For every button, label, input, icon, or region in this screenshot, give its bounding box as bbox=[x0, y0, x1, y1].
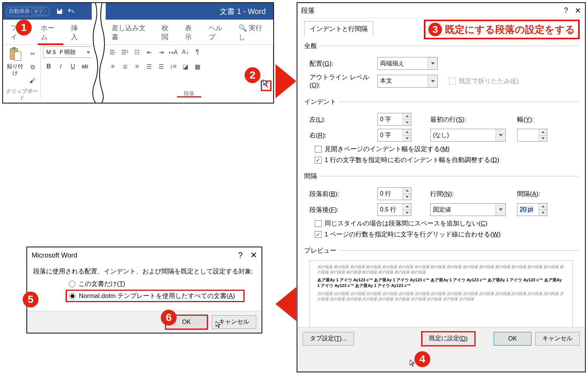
numbering-icon[interactable]: ☰¹ bbox=[119, 46, 131, 58]
ltr-icon[interactable]: ↦A bbox=[168, 46, 179, 58]
red-underline bbox=[38, 43, 63, 45]
paragraph-dialog: 段落 ? ✕ 3 既定にする段落の設定をする インデントと行間隔 全般 配置(G… bbox=[297, 2, 586, 372]
samestyle-label: 同じスタイルの場合は段落間にスペースを追加しない(C) bbox=[325, 219, 488, 228]
confirm-footer: OK キャンセル bbox=[27, 311, 262, 333]
samestyle-checkbox[interactable] bbox=[315, 220, 322, 227]
underline-button[interactable]: U bbox=[67, 61, 79, 72]
radio-circle-selected bbox=[69, 293, 76, 299]
show-marks-icon[interactable]: ¶ bbox=[192, 46, 203, 58]
tellme-label: 実行し bbox=[239, 24, 262, 41]
format-painter-icon[interactable]: 🖌 bbox=[27, 75, 38, 86]
cut-icon[interactable]: ✂ bbox=[27, 48, 38, 59]
bold-button[interactable]: B bbox=[43, 61, 54, 72]
dialog-footer: タブ設定(T)... 既定に設定(D) OK キャンセル bbox=[297, 327, 585, 350]
paste-button[interactable]: 貼り付け bbox=[5, 46, 25, 86]
cursor-icon bbox=[262, 79, 270, 87]
radio-this-doc[interactable]: この文書だけ(T) bbox=[69, 279, 262, 288]
before-label: 段落前(B): bbox=[309, 190, 374, 198]
after-spinner[interactable]: 0.5 行 bbox=[377, 203, 411, 216]
tab-review[interactable]: 校閲 bbox=[156, 20, 180, 45]
radio-all-docs[interactable]: Normal.dotm テンプレートを使用したすべての文書(A) bbox=[66, 290, 244, 301]
at-label: 間隔(A): bbox=[517, 190, 543, 198]
before-spinner[interactable]: 0 行 bbox=[377, 187, 411, 200]
align-center-icon[interactable]: ≣ bbox=[119, 61, 131, 72]
sort-icon[interactable]: A↓ bbox=[180, 46, 191, 58]
arrow-right-icon bbox=[276, 64, 296, 98]
multilevel-icon[interactable]: ☷ bbox=[131, 46, 143, 58]
close-icon[interactable]: ✕ bbox=[250, 250, 257, 260]
firstline-combo[interactable]: (なし) bbox=[430, 129, 506, 142]
marker-5: 5 bbox=[23, 292, 38, 307]
alignment-combo[interactable]: 両端揃え bbox=[377, 57, 438, 70]
borders-icon[interactable]: ▦ bbox=[192, 61, 203, 72]
ribbon-body: 貼り付け ✂ ⧉ 🖌 クリップボード ＭＳ Ｐ明朝 A B bbox=[3, 45, 273, 98]
copy-icon[interactable]: ⧉ bbox=[27, 62, 38, 73]
font-name-combo[interactable]: ＭＳ Ｐ明朝 bbox=[43, 46, 92, 58]
inc-indent-icon[interactable]: ⇥ bbox=[155, 46, 167, 58]
linespacing-value: 固定値 bbox=[433, 206, 451, 214]
left-indent-spinner[interactable]: 0 字 bbox=[377, 113, 411, 126]
right-indent-spinner[interactable]: 0 字 bbox=[377, 129, 411, 142]
arrow-left-icon bbox=[276, 287, 296, 321]
radio-all-docs-label: Normal.dotm テンプレートを使用したすべての文書(A) bbox=[79, 292, 235, 300]
tab-help[interactable]: ヘルプ bbox=[203, 20, 234, 45]
font-name-value: ＭＳ Ｐ明朝 bbox=[46, 49, 75, 56]
before-value: 0 行 bbox=[380, 190, 391, 198]
bullets-icon[interactable]: ☰· bbox=[107, 46, 119, 58]
tab-view[interactable]: 表示 bbox=[180, 20, 203, 45]
snapgrid-checkbox[interactable]: ✓ bbox=[315, 231, 322, 238]
after-label: 段落後(F): bbox=[309, 205, 374, 214]
dec-indent-icon[interactable]: ⇤ bbox=[143, 46, 155, 58]
group-indent: インデント 左(L): 0 字 最初の行(S): 幅(Y): 右(R): 0 字… bbox=[304, 97, 578, 167]
ribbon-tabs: ファイ ホーム 挿入 差し込み文書 校閲 表示 ヘルプ 🔍 実行し bbox=[3, 20, 273, 45]
svg-rect-1 bbox=[12, 47, 15, 49]
at-spinner[interactable]: 20 pt bbox=[517, 203, 547, 216]
autosave-toggle[interactable]: 自動保存 オフ bbox=[6, 7, 50, 16]
snapgrid-label: 1 ページの行数を指定時に文字を行グリッド線に合わせる(W) bbox=[325, 230, 501, 239]
tab-insert[interactable]: 挿入 bbox=[66, 20, 89, 45]
outline-value: 本文 bbox=[380, 77, 392, 85]
cancel-button[interactable]: キャンセル bbox=[535, 332, 580, 346]
svg-rect-2 bbox=[14, 52, 21, 60]
dialog-title: 段落 bbox=[301, 6, 315, 15]
tabs-button[interactable]: タブ設定(T)... bbox=[303, 332, 354, 346]
alignment-value: 両端揃え bbox=[380, 60, 404, 68]
help-icon[interactable]: ? bbox=[238, 250, 243, 260]
help-icon[interactable]: ? bbox=[564, 6, 568, 15]
close-icon[interactable]: ✕ bbox=[575, 6, 581, 15]
marker-6: 6 bbox=[161, 310, 177, 326]
shading-icon[interactable]: ◪ bbox=[180, 61, 191, 72]
mirror-checkbox[interactable] bbox=[315, 146, 322, 153]
marker-4: 4 bbox=[414, 351, 430, 367]
italic-button[interactable]: I bbox=[55, 61, 66, 72]
align-right-icon[interactable]: ≡ bbox=[131, 61, 143, 72]
at-value: 20 pt bbox=[520, 206, 533, 213]
tab-indent-spacing[interactable]: インデントと行間隔 bbox=[304, 21, 373, 36]
paragraph-label: 段落 bbox=[107, 89, 271, 97]
by-width-label: 幅(Y): bbox=[517, 115, 543, 124]
confirm-titlebar: Microsoft Word ? ✕ bbox=[27, 247, 262, 263]
titlebar: 自動保存 オフ 文書 1 - Word bbox=[3, 3, 273, 20]
tab-home[interactable]: ホーム bbox=[35, 20, 66, 45]
justify-icon[interactable]: ☰ bbox=[143, 61, 155, 72]
autosave-state: オフ bbox=[31, 8, 46, 15]
alignment-label: 配置(G): bbox=[309, 59, 374, 68]
chevron-down-icon bbox=[496, 204, 505, 216]
line-spacing-icon[interactable]: ↕≡ bbox=[168, 61, 179, 72]
save-icon[interactable] bbox=[56, 8, 63, 15]
linespacing-combo[interactable]: 固定値 bbox=[430, 203, 506, 216]
by-width-spinner[interactable] bbox=[517, 129, 547, 142]
undo-icon[interactable] bbox=[67, 8, 75, 15]
set-default-button[interactable]: 既定に設定(D) bbox=[422, 332, 475, 346]
strike-icon[interactable]: ab bbox=[79, 61, 91, 72]
tab-mailings[interactable]: 差し込み文書 bbox=[106, 20, 156, 45]
ok-button[interactable]: OK bbox=[494, 332, 531, 346]
align-left-icon[interactable]: ≡ bbox=[107, 61, 119, 72]
group-preview: プレビュー bbox=[304, 246, 578, 259]
preview-box: 前の段落 前の段落 前の段落 前の段落 前の段落 前の段落 前の段落 前の段落 … bbox=[309, 260, 573, 328]
autoadjust-checkbox[interactable]: ✓ bbox=[315, 157, 322, 164]
legend-preview: プレビュー bbox=[304, 246, 339, 255]
distribute-icon[interactable]: ☰ bbox=[155, 61, 167, 72]
tab-tellme[interactable]: 🔍 実行し bbox=[233, 20, 273, 45]
outline-combo[interactable]: 本文 bbox=[377, 75, 438, 88]
